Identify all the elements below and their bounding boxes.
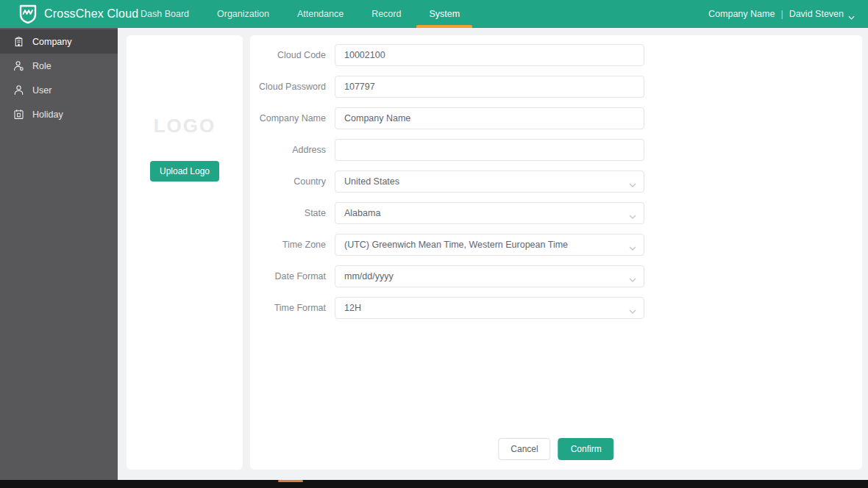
cloud-password-input[interactable]: [335, 76, 644, 98]
field-label: State: [250, 208, 326, 218]
chevron-down-icon: [629, 274, 636, 279]
address-input[interactable]: [335, 139, 644, 161]
sidebar-item-role[interactable]: Role: [0, 54, 118, 78]
company-name-input[interactable]: [335, 107, 644, 129]
form-row-cloud-code: Cloud Code: [250, 44, 862, 66]
nav-tab-attendance[interactable]: Attendance: [283, 0, 357, 28]
field-label: Time Zone: [250, 240, 326, 250]
chevron-down-icon: [629, 243, 636, 247]
sidebar-item-user[interactable]: User: [0, 78, 118, 102]
separator: |: [780, 9, 783, 19]
bottom-bar: [0, 480, 868, 488]
nav-tab-dashboard[interactable]: Dash Board: [127, 0, 203, 28]
topbar-company-name: Company Name: [708, 9, 775, 19]
bottom-orange-accent: [278, 480, 303, 482]
nav-tab-system[interactable]: System: [415, 0, 474, 28]
field-label: Country: [250, 176, 326, 187]
nav-tab-label: Record: [371, 9, 401, 19]
nav-tab-record[interactable]: Record: [357, 0, 415, 28]
field-label: Address: [250, 145, 326, 155]
sidebar-item-label: Holiday: [32, 110, 63, 120]
form-row-state: State Alabama: [250, 202, 862, 224]
field-label: Cloud Code: [250, 50, 326, 60]
content-area: LOGO Upload Logo Cloud Code Cloud Passwo…: [118, 28, 868, 480]
confirm-button[interactable]: Confirm: [558, 438, 614, 460]
brand: CrossChex Cloud: [0, 0, 127, 28]
sidebar-item-holiday[interactable]: Holiday: [0, 102, 118, 126]
form-row-address: Address: [250, 139, 862, 161]
time-format-select[interactable]: 12H: [335, 297, 644, 319]
field-label: Date Format: [250, 271, 326, 281]
form-row-time-zone: Time Zone (UTC) Greenwich Mean Time, Wes…: [250, 234, 862, 256]
sidebar: Company Role User: [0, 28, 118, 480]
field-label: Time Format: [250, 303, 326, 313]
upload-logo-button[interactable]: Upload Logo: [150, 161, 219, 182]
nav-tab-label: Organization: [217, 9, 269, 19]
cloud-code-input[interactable]: [335, 44, 644, 66]
nav-tab-label: System: [429, 9, 460, 19]
logo-panel: LOGO Upload Logo: [127, 35, 243, 470]
chevron-down-icon: [629, 211, 636, 215]
user-icon: [13, 85, 24, 96]
nav-tab-organization[interactable]: Organization: [203, 0, 283, 28]
sidebar-item-label: Company: [32, 37, 72, 47]
nav-tab-label: Dash Board: [140, 9, 189, 19]
form-row-company-name: Company Name: [250, 107, 862, 129]
topbar-user-name: David Steven: [789, 9, 844, 19]
form-actions: Cancel Confirm: [498, 438, 613, 460]
main-nav: Dash Board Organization Attendance Recor…: [127, 0, 474, 28]
sidebar-item-label: Role: [32, 61, 51, 71]
main-area: Company Role User: [0, 28, 868, 480]
role-icon: [13, 60, 24, 71]
logo-placeholder: LOGO: [154, 115, 216, 137]
cancel-button[interactable]: Cancel: [498, 438, 550, 460]
user-menu[interactable]: Company Name | David Steven: [708, 0, 868, 28]
sidebar-item-label: User: [32, 85, 51, 96]
form-row-cloud-password: Cloud Password: [250, 76, 862, 98]
top-bar: CrossChex Cloud Dash Board Organization …: [0, 0, 868, 28]
form-row-time-format: Time Format 12H: [250, 297, 862, 319]
selected-value: mm/dd/yyyy: [344, 271, 394, 281]
app-title: CrossChex Cloud: [44, 7, 138, 21]
state-select[interactable]: Alabama: [335, 202, 644, 224]
selected-value: 12H: [344, 303, 361, 313]
field-label: Cloud Password: [250, 82, 326, 92]
sidebar-item-company[interactable]: Company: [0, 29, 118, 54]
nav-tab-label: Attendance: [297, 9, 344, 19]
chevron-down-icon: [629, 306, 636, 310]
form-row-country: Country United States: [250, 171, 862, 193]
field-label: Company Name: [250, 113, 326, 123]
selected-value: Alabama: [344, 208, 380, 218]
calendar-icon: [13, 109, 24, 120]
chevron-down-icon: [629, 179, 636, 184]
country-select[interactable]: United States: [335, 171, 644, 193]
crosschex-shield-logo-icon: [19, 4, 37, 24]
selected-value: (UTC) Greenwich Mean Time, Western Europ…: [344, 240, 568, 250]
building-icon: [13, 36, 24, 47]
date-format-select[interactable]: mm/dd/yyyy: [335, 265, 644, 287]
chevron-down-icon: [848, 12, 855, 16]
time-zone-select[interactable]: (UTC) Greenwich Mean Time, Western Europ…: [335, 234, 644, 256]
form-row-date-format: Date Format mm/dd/yyyy: [250, 265, 862, 287]
company-settings-form: Cloud Code Cloud Password Company Name A…: [250, 35, 862, 470]
selected-value: United States: [344, 176, 399, 187]
